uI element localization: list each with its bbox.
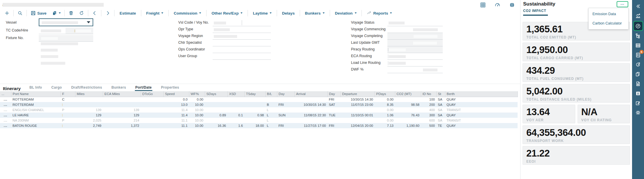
tc-hire-field[interactable]: [66, 27, 93, 34]
collapse-panel-icon[interactable]: [633, 2, 643, 10]
sustainability-icon[interactable]: [633, 21, 643, 31]
cell: 0.00: [375, 97, 395, 102]
cell: FRI: [327, 123, 340, 128]
tab-draft-restrictions[interactable]: Draft/Restrictions: [70, 85, 103, 91]
column-header[interactable]: Departure: [340, 91, 375, 97]
tab-bunkers[interactable]: Bunkers: [111, 85, 126, 91]
column-header[interactable]: PDays: [375, 91, 395, 97]
cell: QUAY: [445, 102, 518, 107]
cell: [141, 118, 163, 123]
user-group-field[interactable]: [213, 53, 271, 60]
menu-item-carbon-calculator[interactable]: Carbon Calculator: [589, 19, 628, 28]
cell: [294, 97, 327, 102]
table-icon[interactable]: [633, 41, 643, 50]
column-header[interactable]: ID No: [421, 91, 436, 97]
opr-type-field[interactable]: [213, 26, 271, 33]
vessel-combobox[interactable]: [39, 18, 93, 26]
voyage-commencing-field[interactable]: [387, 26, 443, 33]
column-header[interactable]: ECA Miles: [103, 91, 141, 97]
tab-co2-impact[interactable]: CO2 IMPACT: [523, 9, 548, 16]
redacted-row: [41, 49, 58, 52]
itinerary-row[interactable]: ...BATON ROUGE2,7491,37211.110.0016.361.…: [0, 123, 518, 128]
sustainability-panel: Sustainability ... CO2 IMPACT Emission D…: [520, 0, 632, 179]
column-header[interactable]: Port Name: [11, 91, 61, 97]
cell: [340, 107, 375, 113]
column-header[interactable]: ...: [0, 91, 11, 97]
row-menu-button[interactable]: ...: [0, 107, 11, 113]
analytics-icon[interactable]: [633, 11, 643, 20]
tab-properties[interactable]: Properties: [160, 85, 180, 91]
row-menu-button[interactable]: ...: [0, 113, 11, 118]
field-label: Chtr Specialist: [178, 39, 202, 46]
voyage-completing-field[interactable]: [387, 33, 443, 40]
column-header[interactable]: Arrival: [294, 91, 327, 97]
column-header[interactable]: F: [61, 91, 75, 97]
edit-note-icon[interactable]: [633, 99, 643, 107]
column-header[interactable]: Miles: [75, 91, 103, 97]
field-label: Voyage Region: [178, 33, 203, 39]
tasks-icon[interactable]: 5: [633, 50, 643, 59]
cell: 139: [75, 107, 103, 113]
row-menu-button[interactable]: ...: [0, 123, 11, 128]
voyage-status-field[interactable]: [387, 20, 443, 26]
target-edit-icon[interactable]: [633, 60, 643, 69]
redacted-row: [41, 42, 78, 45]
itinerary-row[interactable]: ...ROTTERDAM13.010.00BFRI10/30/15 14:30S…: [0, 102, 518, 107]
metric-value: 64,355,364.00: [526, 128, 626, 138]
hierarchy-icon[interactable]: [633, 31, 643, 40]
column-header[interactable]: WF%: [189, 91, 205, 97]
cell: [61, 123, 75, 128]
tab-cargo[interactable]: Cargo: [51, 85, 62, 91]
column-header[interactable]: St: [436, 91, 445, 97]
tab-port-date[interactable]: Port/Date: [135, 85, 152, 91]
eca-routing-field[interactable]: [387, 53, 443, 60]
column-header[interactable]: TSday: [244, 91, 265, 97]
tab-bl-info[interactable]: BL Info: [29, 85, 43, 91]
fixture-no-field[interactable]: [39, 35, 93, 42]
column-header[interactable]: Day: [277, 91, 294, 97]
column-header[interactable]: XSD: [227, 91, 244, 97]
row-menu-button[interactable]: ...: [0, 97, 11, 102]
cell: TE: [436, 123, 445, 128]
column-header[interactable]: CO2 (MT): [395, 91, 421, 97]
itinerary-table: ...Port NameFMilesECA MilesDToGoSpeedWF%…: [0, 91, 518, 128]
column-header[interactable]: DToGo: [141, 91, 163, 97]
cell: C: [61, 97, 75, 102]
cell: [205, 102, 227, 107]
last-update-gmt-field[interactable]: [387, 40, 443, 46]
chtr-specialist-field[interactable]: [213, 40, 271, 46]
field-label: Ops Coordinator: [178, 46, 205, 53]
piracy-routing-field[interactable]: [387, 46, 443, 53]
more-options-button[interactable]: ...: [617, 1, 628, 7]
contact-card-icon[interactable]: [633, 89, 643, 98]
row-menu-button[interactable]: ...: [0, 102, 11, 107]
cell: 100: [421, 97, 436, 102]
document-icon[interactable]: [633, 79, 643, 88]
itinerary-row[interactable]: ...ROTTERDAMC0.00.00FRI10/30/15 14:300.0…: [0, 97, 518, 102]
ops-coordinator-field[interactable]: [213, 46, 271, 53]
settings-icon[interactable]: [633, 108, 643, 117]
cell: 76.43: [395, 113, 421, 118]
column-header[interactable]: B/L: [265, 91, 277, 97]
cell: L: [265, 123, 277, 128]
menu-item-emission-data[interactable]: Emission Data: [589, 9, 628, 19]
column-header[interactable]: Speed: [163, 91, 189, 97]
itinerary-row[interactable]: ...LE HAVRE12912911.410.000.890.10.98LSU…: [0, 113, 518, 118]
itinerary-row[interactable]: ...NA 200NMP2,02521411.110.00L0.00600SAT…: [0, 118, 518, 123]
right-icon-rail: 5: [632, 0, 644, 179]
dwf-pct-field[interactable]: [387, 66, 443, 73]
vsl-code-field[interactable]: [213, 20, 242, 26]
cell: [141, 97, 163, 102]
voy-no-field[interactable]: [242, 20, 271, 26]
tc-code-field[interactable]: [39, 27, 66, 34]
row-menu-button[interactable]: ...: [0, 118, 11, 123]
copy-pages-icon[interactable]: [633, 70, 643, 78]
load-line-routing-field[interactable]: [387, 60, 443, 66]
cell: L: [265, 118, 277, 123]
column-header[interactable]: Day: [327, 91, 340, 97]
column-header[interactable]: SDays: [205, 91, 227, 97]
itinerary-row[interactable]: ...ENGLISH CHANNELP13913911.410.00L0.004…: [0, 107, 518, 113]
column-header[interactable]: Berth: [445, 91, 518, 97]
cell: [395, 118, 421, 123]
voyage-region-field[interactable]: [213, 33, 271, 40]
